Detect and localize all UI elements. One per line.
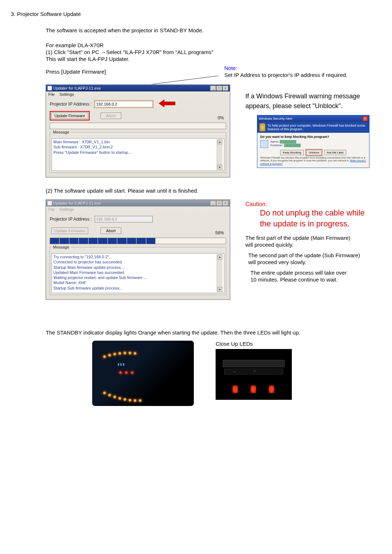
- ip-label: Projector IP Address :: [50, 102, 92, 107]
- firewall-note-2: appears, please select "Unblock".: [245, 102, 381, 110]
- abort-button: Abort: [101, 112, 121, 119]
- caution-line-1: Do not unplug the cable while: [260, 208, 381, 218]
- note-text: Set IP Address to projector's IP address…: [224, 72, 381, 78]
- msg-line: Startup Sub firmware update process...: [53, 286, 217, 291]
- close-icon[interactable]: ×: [363, 116, 368, 121]
- security-alert-window: Windows Security Alert × To help protect…: [257, 115, 369, 168]
- keep-blocking-button[interactable]: Keep Blocking: [280, 150, 304, 155]
- progress-bar: [50, 238, 226, 244]
- app-icon: [48, 201, 52, 205]
- led-closeup-photo: ▭▽·: [216, 349, 292, 400]
- titlebar[interactable]: Updater for ILAFPJ-11.exe _ □ ×: [46, 200, 230, 206]
- security-question: Do you want to keep blocking this progra…: [260, 135, 329, 139]
- msg-line: Try connecting to "192.168.0.2"...: [53, 254, 217, 259]
- progress-label: 58%: [215, 230, 224, 235]
- note-main-1: The first part of the update (Main Firmw…: [245, 235, 381, 241]
- msg-line: Waiting projector restart, and update Su…: [53, 275, 217, 280]
- caution-line-2: the update is in progress.: [260, 218, 381, 229]
- msg-line: Connected to projector has succeeded.: [53, 259, 217, 264]
- shield-icon: [260, 123, 265, 131]
- note-time-2: 10 minutes. Please continue to wait.: [250, 276, 381, 283]
- app-icon: [48, 86, 52, 90]
- firewall-note-1: If a Windows Firewall warning message: [245, 93, 381, 100]
- window-title: Updater for ILAFPJ-11.exe: [53, 201, 101, 205]
- scroll-up-icon[interactable]: ▲: [217, 139, 222, 144]
- msg-line: Model Name: XHF: [53, 280, 217, 285]
- ask-later-button[interactable]: Ask Me Later: [324, 150, 346, 155]
- intro-line-3: (1) Click "Start" on PC →Select "ILA-FPJ…: [46, 49, 381, 55]
- msg-line: Sub firmware : X70R_V1_2.brec2: [53, 144, 217, 149]
- message-text: Main firmware : X70R_V1_1.bin Sub firmwa…: [53, 139, 217, 170]
- note-sub-2: will proceed very slowly.: [248, 259, 381, 265]
- minimize-button[interactable]: _: [210, 201, 216, 206]
- name-label: Name:: [270, 140, 279, 143]
- scroll-down-icon[interactable]: ▼: [217, 287, 222, 292]
- scrollbar[interactable]: ▲ ▼: [217, 139, 222, 170]
- progress-label: 0%: [218, 115, 224, 120]
- intro-line-1: The software is accepted when the projec…: [46, 27, 381, 33]
- ip-input[interactable]: [95, 101, 153, 107]
- updater-window-2: Updater for ILAFPJ-11.exe _ □ × File Set…: [46, 200, 230, 300]
- ip-input: [95, 216, 153, 222]
- note-main-2: will proceed quickly.: [245, 242, 381, 248]
- menu-file: File: [48, 207, 55, 212]
- message-frame: Message Try connecting to "192.168.0.2".…: [50, 247, 226, 295]
- intro-line-4: This will start the ILA-FPJ Updater.: [46, 56, 381, 62]
- publisher-label: Publisher:: [270, 144, 283, 147]
- scroll-up-icon[interactable]: ▲: [217, 254, 222, 259]
- minimize-button[interactable]: _: [210, 86, 216, 91]
- message-legend: Message: [52, 245, 71, 249]
- menubar: File Settings: [46, 206, 230, 212]
- caution-title: Caution:: [245, 201, 381, 208]
- update-firmware-button: Update Firmware: [51, 227, 88, 234]
- msg-line: Press "Update Firmware" button to startu…: [53, 150, 217, 155]
- note-time-1: The entire update process will take over: [250, 270, 381, 276]
- menubar: File Settings: [46, 91, 230, 97]
- abort-button[interactable]: Abort: [101, 227, 121, 234]
- msg-line: Updated Main Firmware has succeeded.: [53, 270, 217, 275]
- message-text: Try connecting to "192.168.0.2"... Conne…: [53, 254, 217, 292]
- maximize-button[interactable]: □: [216, 201, 222, 206]
- titlebar[interactable]: Updater for ILAFPJ-11.exe _ □ ×: [46, 85, 230, 91]
- standby-text: The STANDBY indicator display lights Ora…: [46, 329, 381, 336]
- maximize-button[interactable]: □: [216, 86, 222, 91]
- window-title: Updater for ILAFPJ-11.exe: [53, 86, 101, 90]
- menu-file[interactable]: File: [48, 92, 55, 97]
- security-banner-text: To help protect your computer, Windows F…: [268, 124, 367, 131]
- msg-line: Main firmware : X70R_V1_1.bin: [53, 139, 217, 144]
- unblock-button[interactable]: Unblock: [306, 150, 322, 155]
- red-arrow-icon: [159, 99, 175, 108]
- svg-marker-2: [159, 99, 175, 107]
- msg-line: Startup Main firmware update process...: [53, 265, 217, 270]
- scroll-down-icon[interactable]: ▼: [217, 165, 222, 170]
- projector-photo: ▮▮▮◦: [92, 341, 194, 406]
- close-button[interactable]: ×: [222, 86, 228, 91]
- program-icon: [260, 140, 268, 148]
- section-title: 3. Projector Software Update: [11, 11, 381, 17]
- ip-label: Projector IP Address :: [50, 217, 92, 222]
- message-legend: Message: [52, 130, 71, 134]
- step2-text: (2) The software update will start. Plea…: [46, 188, 381, 194]
- progress-bar: [50, 123, 226, 129]
- note-label: Note:: [224, 65, 381, 71]
- close-button[interactable]: ×: [222, 201, 228, 206]
- intro-line-2: For example DLA-X70R: [46, 42, 381, 48]
- scrollbar[interactable]: ▲ ▼: [217, 254, 222, 292]
- menu-settings: Settings: [60, 207, 74, 212]
- updater-window-1: Updater for ILAFPJ-11.exe _ □ × File Set…: [46, 85, 230, 177]
- closeup-label: Close Up LEDs: [216, 341, 292, 347]
- update-firmware-button[interactable]: Update Firmware: [51, 112, 88, 119]
- press-update-text: Press [Update Firmware]: [46, 69, 234, 75]
- security-alert-title: Windows Security Alert: [259, 117, 292, 120]
- menu-settings[interactable]: Settings: [60, 92, 74, 97]
- note-sub-1: The second part of the update (Sub Firmw…: [248, 252, 381, 258]
- security-footer-text: Windows Firewall has blocked this progra…: [260, 156, 365, 162]
- message-frame: Message Main firmware : X70R_V1_1.bin Su…: [50, 132, 226, 173]
